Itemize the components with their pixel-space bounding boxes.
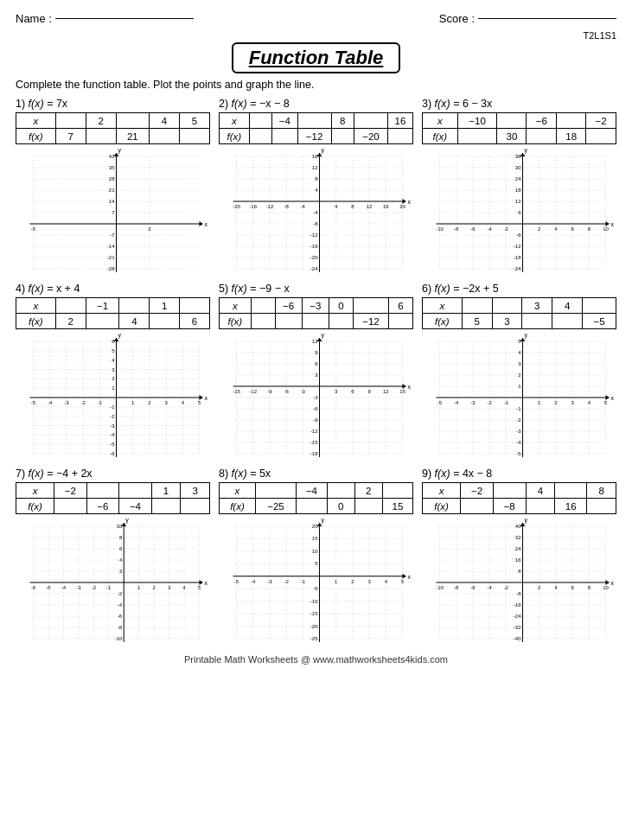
svg-text:-6: -6 (470, 226, 476, 232)
svg-text:-4: -4 (487, 585, 492, 590)
svg-text:-1: -1 (516, 406, 521, 411)
svg-text:-5: -5 (516, 451, 521, 456)
svg-text:36: 36 (515, 154, 521, 159)
svg-text:-10: -10 (310, 599, 318, 604)
svg-text:-15: -15 (233, 389, 240, 394)
svg-text:16: 16 (383, 204, 389, 209)
graph-7: xy-6-5-4-3-2-112345-10-8-6-4-2246810 (16, 518, 210, 647)
svg-text:-15: -15 (310, 611, 318, 616)
graph-4: xy-5-4-3-2-112345-6-5-4-3-2-1123456 (16, 333, 210, 462)
svg-text:-24: -24 (514, 266, 521, 271)
problem-3: 3) f(x) = 6 − 3xx−10−6−2f(x)3018xy-10-8-… (422, 98, 616, 277)
svg-text:-20: -20 (310, 255, 318, 260)
svg-text:y: y (322, 148, 325, 154)
svg-text:-2: -2 (516, 417, 521, 423)
svg-text:-1: -1 (106, 585, 112, 590)
svg-text:32: 32 (515, 535, 521, 540)
svg-text:-18: -18 (514, 255, 521, 260)
svg-text:14: 14 (109, 199, 115, 204)
svg-text:-3: -3 (313, 395, 318, 400)
svg-text:12: 12 (383, 389, 389, 394)
svg-text:-6: -6 (516, 232, 521, 238)
svg-text:y: y (322, 333, 325, 339)
svg-text:-3: -3 (76, 585, 81, 590)
problem-5: 5) f(x) = −9 − xx−6−306f(x)−12xy-15-12-9… (219, 283, 413, 462)
svg-text:-5: -5 (31, 226, 36, 232)
svg-text:-14: -14 (107, 244, 115, 249)
svg-text:-2: -2 (110, 414, 115, 419)
svg-text:40: 40 (515, 524, 521, 529)
svg-text:-2: -2 (504, 226, 509, 232)
svg-text:x: x (408, 574, 412, 580)
svg-text:18: 18 (515, 188, 521, 193)
svg-text:-6: -6 (284, 389, 289, 394)
svg-text:30: 30 (515, 165, 521, 170)
svg-text:-4: -4 (118, 602, 123, 608)
svg-text:-3: -3 (470, 400, 476, 405)
svg-text:-20: -20 (310, 624, 318, 629)
title-block: Function Table (16, 42, 616, 73)
svg-text:-6: -6 (118, 614, 123, 619)
svg-text:-16: -16 (249, 204, 257, 209)
func-table-6: x34f(x)53−5 (422, 297, 616, 329)
svg-text:y: y (322, 518, 325, 524)
svg-text:-5: -5 (234, 579, 239, 584)
score-underline (478, 18, 616, 19)
svg-text:-4: -4 (301, 204, 306, 209)
func-table-2: x−4816f(x)−12−20 (219, 112, 413, 144)
svg-text:-8: -8 (516, 591, 521, 596)
svg-text:-5: -5 (313, 586, 318, 591)
svg-text:x: x (611, 395, 615, 401)
svg-text:-18: -18 (310, 451, 318, 456)
svg-text:28: 28 (109, 176, 115, 181)
problem-label-1: 1) f(x) = 7x (16, 98, 210, 110)
svg-text:-12: -12 (310, 232, 318, 238)
func-table-4: x−11f(x)246 (16, 297, 210, 329)
score-label: Score : (439, 12, 475, 25)
svg-text:-3: -3 (64, 400, 69, 405)
svg-text:16: 16 (515, 557, 521, 563)
graph-3: xy-10-8-6-4-2246810-24-18-12-66121824303… (422, 148, 616, 277)
svg-text:-24: -24 (514, 614, 521, 619)
problem-label-8: 8) f(x) = 5x (219, 468, 413, 480)
problem-1: 1) f(x) = 7xx245f(x)721xy-52-28-21-14-77… (16, 98, 210, 277)
svg-text:-8: -8 (454, 585, 459, 590)
svg-text:-1: -1 (110, 404, 115, 410)
worksheet-id: T2L1S1 (16, 30, 616, 41)
svg-text:-2: -2 (80, 400, 86, 405)
problem-label-9: 9) f(x) = 4x − 8 (422, 468, 616, 480)
svg-text:-21: -21 (107, 255, 115, 260)
svg-text:-3: -3 (516, 429, 521, 434)
svg-text:y: y (118, 148, 122, 154)
svg-text:-7: -7 (110, 232, 115, 238)
svg-text:-15: -15 (310, 440, 318, 445)
svg-text:10: 10 (603, 585, 609, 590)
svg-text:-1: -1 (504, 400, 509, 405)
svg-text:15: 15 (312, 536, 318, 541)
svg-text:-16: -16 (310, 244, 318, 249)
svg-text:-10: -10 (436, 585, 444, 590)
svg-text:-4: -4 (251, 579, 256, 584)
svg-text:16: 16 (312, 154, 318, 159)
graph-1: xy-52-28-21-14-771421283542 (16, 148, 210, 277)
svg-text:21: 21 (109, 188, 115, 193)
svg-text:-5: -5 (437, 400, 443, 405)
svg-text:-6: -6 (470, 585, 476, 590)
svg-text:20: 20 (399, 204, 405, 209)
svg-text:-4: -4 (313, 210, 318, 215)
svg-text:42: 42 (109, 154, 115, 159)
graph-9: xy-10-8-6-4-2246810-40-32-24-16-88162432… (422, 518, 616, 647)
svg-text:-2: -2 (118, 591, 123, 596)
svg-text:-3: -3 (301, 389, 306, 394)
svg-text:10: 10 (312, 549, 318, 554)
name-field: Name : (16, 12, 194, 25)
svg-text:-8: -8 (313, 221, 318, 226)
svg-text:y: y (525, 148, 528, 154)
score-field: Score : (439, 12, 616, 25)
svg-text:-12: -12 (249, 389, 257, 394)
svg-text:-5: -5 (31, 400, 36, 405)
problem-label-7: 7) f(x) = −4 + 2x (16, 468, 210, 480)
svg-text:-25: -25 (310, 636, 318, 641)
svg-text:24: 24 (515, 546, 521, 551)
header: Name : Score : (16, 12, 616, 25)
